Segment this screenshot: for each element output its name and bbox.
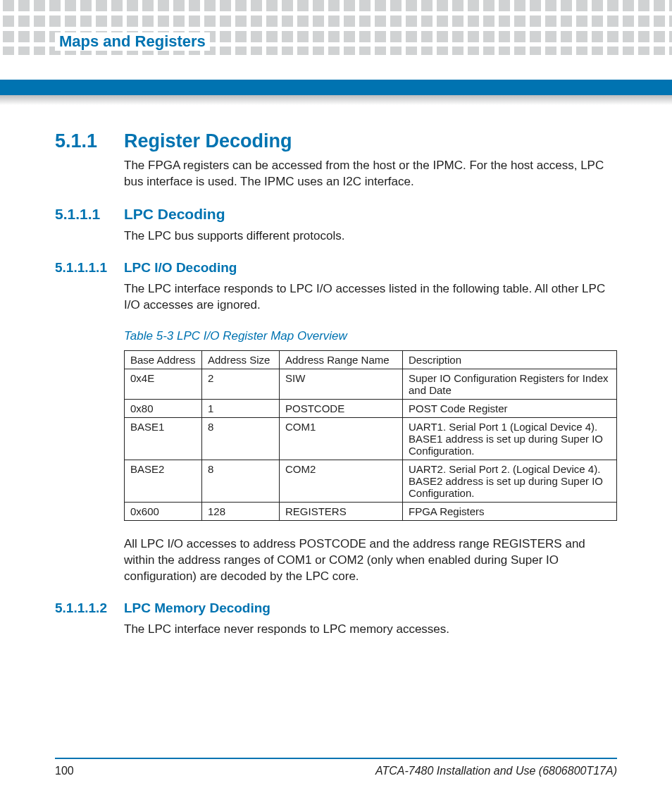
table-cell: POSTCODE bbox=[280, 399, 403, 417]
table-cell: 0x600 bbox=[125, 502, 202, 520]
table-header-cell: Address Range Name bbox=[280, 350, 403, 369]
table-cell: COM1 bbox=[280, 417, 403, 460]
table-row: BASE28COM2UART2. Serial Port 2. (Logical… bbox=[125, 460, 617, 502]
section-heading-5-1-1-1: 5.1.1.1 LPC Decoding bbox=[55, 206, 617, 223]
table-header-cell: Description bbox=[403, 350, 617, 369]
section-heading-5-1-1: 5.1.1 Register Decoding bbox=[55, 130, 617, 152]
section-title: Register Decoding bbox=[124, 130, 292, 152]
table-cell: 0x4E bbox=[125, 369, 202, 399]
page-footer: 100 ATCA-7480 Installation and Use (6806… bbox=[55, 758, 617, 777]
chapter-title: Maps and Registers bbox=[55, 32, 210, 51]
page-number: 100 bbox=[55, 765, 74, 777]
table-cell: REGISTERS bbox=[280, 502, 403, 520]
section-number: 5.1.1.1.2 bbox=[55, 600, 124, 616]
table-cell: SIW bbox=[280, 369, 403, 399]
page-content: 5.1.1 Register Decoding The FPGA registe… bbox=[55, 130, 617, 653]
table-caption: Table 5-3 LPC I/O Register Map Overview bbox=[124, 329, 617, 343]
header-shadow bbox=[0, 95, 672, 105]
section-heading-5-1-1-1-2: 5.1.1.1.2 LPC Memory Decoding bbox=[55, 600, 617, 616]
table-cell: UART1. Serial Port 1 (Logical Device 4).… bbox=[403, 417, 617, 460]
body-paragraph: The LPC interface never responds to LPC … bbox=[124, 622, 617, 638]
table-cell: BASE2 bbox=[125, 460, 202, 502]
header-blue-bar bbox=[0, 80, 672, 95]
table-cell: FPGA Registers bbox=[403, 502, 617, 520]
table-cell: BASE1 bbox=[125, 417, 202, 460]
table-cell: POST Code Register bbox=[403, 399, 617, 417]
table-cell: 1 bbox=[202, 399, 280, 417]
table-cell: 8 bbox=[202, 460, 280, 502]
body-paragraph: The LPC interface responds to LPC I/O ac… bbox=[124, 281, 617, 314]
section-heading-5-1-1-1-1: 5.1.1.1.1 LPC I/O Decoding bbox=[55, 260, 617, 276]
section-title: LPC Decoding bbox=[124, 206, 225, 223]
table-cell: 0x80 bbox=[125, 399, 202, 417]
body-paragraph: All LPC I/O accesses to address POSTCODE… bbox=[124, 536, 617, 585]
section-title: LPC Memory Decoding bbox=[124, 600, 270, 616]
table-row: BASE18COM1UART1. Serial Port 1 (Logical … bbox=[125, 417, 617, 460]
table-cell: 8 bbox=[202, 417, 280, 460]
table-row: 0x600128REGISTERSFPGA Registers bbox=[125, 502, 617, 520]
table-cell: 128 bbox=[202, 502, 280, 520]
table-row: 0x4E2SIWSuper IO Configuration Registers… bbox=[125, 369, 617, 399]
table-header-cell: Base Address bbox=[125, 350, 202, 369]
table-cell: 2 bbox=[202, 369, 280, 399]
body-paragraph: The LPC bus supports different protocols… bbox=[124, 228, 617, 245]
register-map-table: Base AddressAddress SizeAddress Range Na… bbox=[124, 350, 617, 521]
table-cell: Super IO Configuration Registers for Ind… bbox=[403, 369, 617, 399]
table-cell: COM2 bbox=[280, 460, 403, 502]
section-number: 5.1.1.1.1 bbox=[55, 260, 124, 276]
section-title: LPC I/O Decoding bbox=[124, 260, 237, 276]
body-paragraph: The FPGA registers can be accessed from … bbox=[124, 158, 617, 190]
table-cell: UART2. Serial Port 2. (Logical Device 4)… bbox=[403, 460, 617, 502]
table-header-cell: Address Size bbox=[202, 350, 280, 369]
table-row: 0x801POSTCODEPOST Code Register bbox=[125, 399, 617, 417]
section-number: 5.1.1 bbox=[55, 130, 124, 152]
section-number: 5.1.1.1 bbox=[55, 206, 124, 223]
document-id: ATCA-7480 Installation and Use (6806800T… bbox=[375, 765, 617, 777]
